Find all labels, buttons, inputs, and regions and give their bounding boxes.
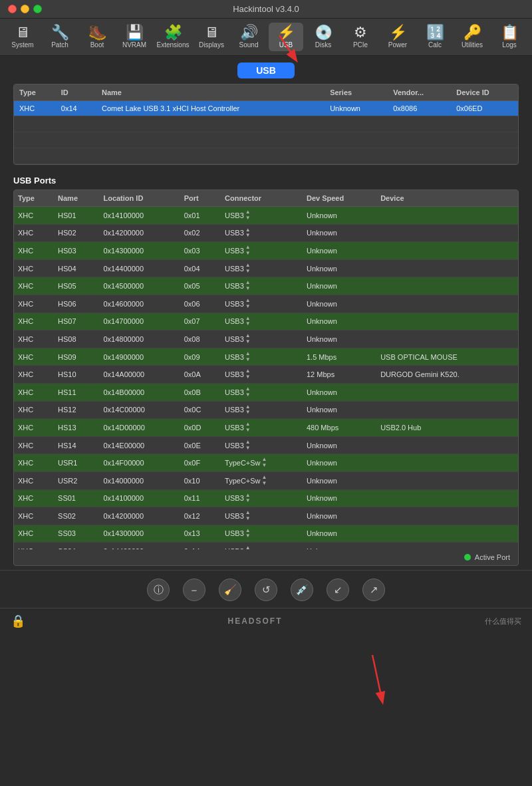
minimize-button[interactable] <box>21 5 29 13</box>
ports-table-row[interactable]: XHCHS090x149000000x09USB3▲▼1.5 MbpsUSB O… <box>14 348 518 366</box>
ports-table-row[interactable]: XHCHS080x148000000x08USB3▲▼Unknown <box>14 330 518 348</box>
connector-stepper[interactable]: ▲▼ <box>245 386 251 398</box>
ports-cell-device <box>376 489 518 507</box>
ports-cell-connector: USB3▲▼ <box>221 543 303 549</box>
connector-stepper[interactable]: ▲▼ <box>245 422 251 434</box>
broom-button[interactable]: 🧹 <box>219 579 241 601</box>
connector-stepper[interactable]: ▲▼ <box>245 440 251 452</box>
ports-table-row[interactable]: XHCSS030x143000000x13USB3▲▼Unknown <box>14 525 518 543</box>
ports-table-row[interactable]: XHCSS010x141000000x11USB3▲▼Unknown <box>14 489 518 507</box>
ports-table-row[interactable]: XHCHS140x14E000000x0EUSB3▲▼Unknown <box>14 436 518 454</box>
footer: 🔒 HEADSOFT 什么值得买 <box>0 608 532 634</box>
ports-cell-type: XHC <box>14 295 54 313</box>
top-table-empty-row <box>14 132 518 148</box>
ports-cell-device <box>376 507 518 525</box>
close-button[interactable] <box>8 5 17 13</box>
ports-table-row[interactable]: XHCUSR10x14F000000x0FTypeC+Sw▲▼Unknown <box>14 454 518 472</box>
ports-cell-port: 0x0E <box>180 436 221 454</box>
ports-cell-name: HS01 <box>54 207 99 225</box>
ports-cell-connector: TypeC+Sw▲▼ <box>221 454 303 472</box>
connector-stepper[interactable]: ▲▼ <box>245 245 251 257</box>
connector-stepper[interactable]: ▲▼ <box>245 545 251 549</box>
syringe-button[interactable]: 💉 <box>291 579 313 601</box>
ports-table-row[interactable]: XHCHS040x144000000x04USB3▲▼Unknown <box>14 259 518 277</box>
ports-cell-port: 0x11 <box>180 489 221 507</box>
toolbar-item-displays[interactable]: 🖥Displays <box>194 23 229 51</box>
ports-table-row[interactable]: XHCUSR20x140000000x10TypeC+Sw▲▼Unknown <box>14 471 518 489</box>
ports-table-row[interactable]: XHCHS050x145000000x05USB3▲▼Unknown <box>14 277 518 295</box>
ports-table: TypeNameLocation IDPortConnectorDev Spee… <box>14 190 518 549</box>
svg-line-1 <box>372 655 382 702</box>
info-button[interactable]: ⓘ <box>147 579 170 601</box>
export-button[interactable]: ↗ <box>362 579 385 601</box>
toolbar-item-patch[interactable]: 🔧Patch <box>43 23 77 51</box>
toolbar-item-nvram[interactable]: 💾NVRAM <box>117 23 152 51</box>
displays-icon: 🖥 <box>204 25 219 40</box>
connector-stepper[interactable]: ▲▼ <box>245 263 251 275</box>
toolbar-item-power[interactable]: ⚡Power <box>380 23 415 51</box>
connector-stepper[interactable]: ▲▼ <box>245 368 251 380</box>
ports-cell-type: XHC <box>14 507 54 525</box>
broom-icon: 🧹 <box>224 584 237 596</box>
toolbar-item-usb[interactable]: ⚡USB <box>269 23 303 51</box>
connector-stepper[interactable]: ▲▼ <box>245 351 251 363</box>
top-table-empty-cell <box>325 148 388 164</box>
usb-icon: ⚡ <box>277 25 295 40</box>
toolbar-item-sound[interactable]: 🔊Sound <box>231 23 266 51</box>
ports-table-row[interactable]: XHCSS020x142000000x12USB3▲▼Unknown <box>14 507 518 525</box>
ports-cell-device: USB OPTICAL MOUSE <box>376 348 518 366</box>
toolbar-item-system[interactable]: 🖥System <box>5 23 40 51</box>
ports-table-row[interactable]: XHCHS060x146000000x06USB3▲▼Unknown <box>14 295 518 313</box>
minus-button[interactable]: − <box>183 579 205 601</box>
ports-table-row[interactable]: XHCHS120x14C000000x0CUSB3▲▼Unknown <box>14 401 518 419</box>
connector-stepper[interactable]: ▲▼ <box>245 528 251 540</box>
active-dot <box>464 554 471 561</box>
import-button[interactable]: ↙ <box>327 579 349 601</box>
connector-stepper[interactable]: ▲▼ <box>245 298 251 310</box>
ports-table-row[interactable]: XHCHS130x14D000000x0DUSB3▲▼480 MbpsUSB2.… <box>14 419 518 437</box>
toolbar-label-displays: Displays <box>199 41 224 49</box>
toolbar-item-extensions[interactable]: 🧩Extensions <box>154 23 192 51</box>
ports-cell-connector: USB3▲▼ <box>221 277 303 295</box>
top-table-row[interactable]: XHC0x14Comet Lake USB 3.1 xHCI Host Cont… <box>14 101 518 116</box>
connector-stepper[interactable]: ▲▼ <box>262 475 267 487</box>
ports-cell-name: HS10 <box>54 366 99 384</box>
ports-table-scroll[interactable]: TypeNameLocation IDPortConnectorDev Spee… <box>14 190 518 549</box>
connector-stepper[interactable]: ▲▼ <box>262 457 267 469</box>
ports-table-row[interactable]: XHCHS030x143000000x03USB3▲▼Unknown <box>14 242 518 260</box>
toolbar-item-disks[interactable]: 💿Disks <box>306 23 340 51</box>
connector-stepper[interactable]: ▲▼ <box>245 493 251 505</box>
connector-stepper[interactable]: ▲▼ <box>245 316 251 328</box>
connector-stepper[interactable]: ▲▼ <box>245 209 251 221</box>
toolbar-item-calc[interactable]: 🔢Calc <box>418 23 452 51</box>
connector-stepper[interactable]: ▲▼ <box>245 280 251 292</box>
connector-stepper[interactable]: ▲▼ <box>245 404 251 416</box>
connector-stepper[interactable]: ▲▼ <box>245 227 251 239</box>
ports-cell-device <box>376 207 518 225</box>
connector-stepper[interactable]: ▲▼ <box>245 510 251 522</box>
ports-table-row[interactable]: XHCHS110x14B000000x0BUSB3▲▼Unknown <box>14 383 518 401</box>
toolbar-label-disks: Disks <box>315 41 331 49</box>
ports-table-row[interactable]: XHCSS040x144000000x14USB3▲▼Unknown <box>14 543 518 549</box>
ports-cell-devspeed: 1.5 Mbps <box>303 348 376 366</box>
ports-cell-name: HS06 <box>54 295 99 313</box>
toolbar-item-logs[interactable]: 📋Logs <box>492 23 527 51</box>
top-table-cell-vendor: 0x8086 <box>388 101 451 116</box>
refresh-button[interactable]: ↺ <box>255 579 277 601</box>
maximize-button[interactable] <box>33 5 42 13</box>
toolbar-item-boot[interactable]: 🥾Boot <box>80 23 114 51</box>
ports-cell-port: 0x13 <box>180 525 221 543</box>
ports-table-row[interactable]: XHCHS010x141000000x01USB3▲▼Unknown <box>14 207 518 225</box>
ports-cell-locationId: 0x14800000 <box>99 330 180 348</box>
ports-table-row[interactable]: XHCHS020x142000000x02USB3▲▼Unknown <box>14 224 518 242</box>
ports-cell-locationId: 0x14000000 <box>99 471 180 489</box>
ports-table-row[interactable]: XHCHS070x147000000x07USB3▲▼Unknown <box>14 313 518 330</box>
ports-cell-locationId: 0x14A00000 <box>99 366 180 384</box>
ports-cell-connector: USB3▲▼ <box>221 207 303 225</box>
toolbar-label-nvram: NVRAM <box>122 41 146 49</box>
toolbar-item-utilities[interactable]: 🔑Utilities <box>455 23 489 51</box>
connector-stepper[interactable]: ▲▼ <box>245 333 251 345</box>
toolbar-item-pcie[interactable]: ⚙PCIe <box>343 23 378 51</box>
ports-cell-port: 0x05 <box>180 277 221 295</box>
ports-table-row[interactable]: XHCHS100x14A000000x0AUSB3▲▼12 MbpsDURGOD… <box>14 366 518 384</box>
